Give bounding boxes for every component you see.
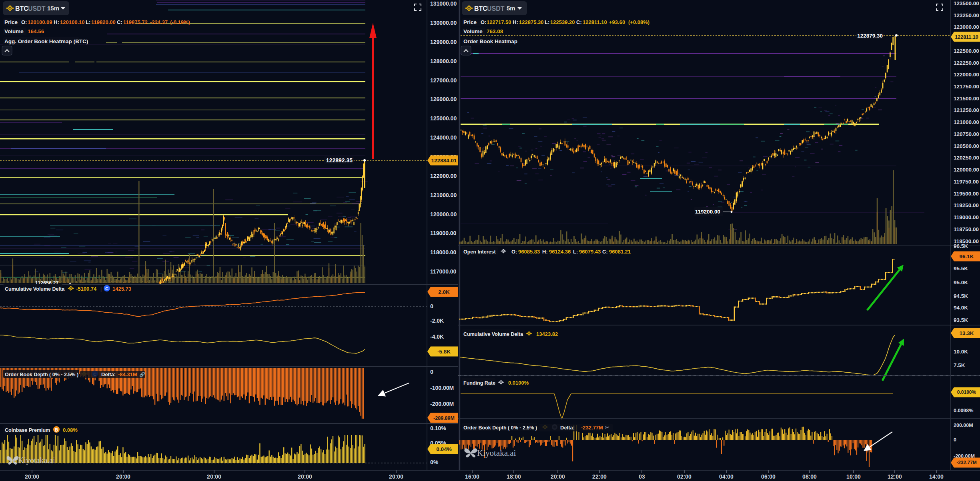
svg-text:Order Book Depth ( 0% - 2.5% ): Order Book Depth ( 0% - 2.5% ): [5, 372, 78, 377]
svg-text:121000.00: 121000.00: [954, 119, 979, 125]
svg-text:-289.89M: -289.89M: [433, 415, 455, 421]
svg-text:-100.00M: -100.00M: [430, 385, 454, 391]
svg-text:129000.00: 129000.00: [430, 39, 457, 45]
svg-text:117000.00: 117000.00: [430, 268, 457, 275]
svg-text:122875.30: 122875.30: [519, 19, 543, 25]
svg-text:-232.77M: -232.77M: [956, 460, 977, 465]
svg-text:120250.00: 120250.00: [954, 155, 979, 161]
svg-text:Order Book Heatmap: Order Book Heatmap: [463, 38, 517, 44]
svg-text:119000.00: 119000.00: [430, 230, 457, 236]
svg-text:0%: 0%: [430, 459, 439, 465]
svg-text:-5100.74: -5100.74: [76, 286, 97, 292]
svg-text:10:00: 10:00: [846, 473, 861, 480]
svg-text:Cumulative Volume Delta: Cumulative Volume Delta: [463, 331, 523, 337]
svg-text:Open Interest: Open Interest: [463, 249, 496, 255]
svg-text:123000.00: 123000.00: [954, 24, 979, 30]
svg-text:Agg. Order Book Heatmap (BTC): Agg. Order Book Heatmap (BTC): [4, 38, 88, 44]
svg-text:2.0K: 2.0K: [438, 289, 450, 295]
svg-text:119000.00: 119000.00: [954, 214, 979, 220]
svg-text:(+0.08%): (+0.08%): [628, 19, 649, 25]
svg-text:-5.8K: -5.8K: [437, 349, 451, 355]
svg-text:118750.00: 118750.00: [954, 226, 979, 232]
svg-text:122892.35: 122892.35: [326, 157, 353, 164]
svg-text:0: 0: [430, 369, 433, 375]
svg-text:20:00: 20:00: [116, 473, 130, 480]
svg-text:O:: O:: [511, 249, 517, 255]
svg-text:0: 0: [430, 303, 433, 309]
svg-text:Kiyotaka.ai: Kiyotaka.ai: [18, 456, 55, 465]
svg-text:96.1K: 96.1K: [959, 253, 974, 259]
svg-text:O:: O:: [21, 19, 27, 25]
svg-text:127000.00: 127000.00: [430, 77, 457, 84]
svg-text:16:00: 16:00: [465, 473, 479, 480]
svg-text:1425.73: 1425.73: [112, 286, 131, 292]
svg-text:Volume: Volume: [4, 28, 24, 34]
svg-text:-200.00M: -200.00M: [430, 401, 454, 407]
svg-text:122539.20: 122539.20: [550, 19, 575, 25]
svg-text:O:: O:: [481, 19, 486, 25]
svg-text:763.08: 763.08: [487, 28, 503, 34]
svg-text:119750.00: 119750.00: [954, 179, 979, 185]
svg-text:0.04%: 0.04%: [436, 446, 451, 452]
svg-text:123250.00: 123250.00: [954, 12, 979, 18]
svg-text:14:00: 14:00: [929, 473, 944, 480]
svg-text:120750.00: 120750.00: [954, 131, 979, 137]
svg-text:96085.83: 96085.83: [518, 249, 540, 255]
svg-text:120100.10: 120100.10: [60, 19, 84, 25]
svg-text:03: 03: [639, 473, 645, 480]
svg-text:121250.00: 121250.00: [954, 107, 979, 113]
svg-text:96081.21: 96081.21: [609, 249, 631, 255]
svg-text:96079.43: 96079.43: [579, 249, 601, 255]
svg-text:Order Book Depth ( 0% - 2.5% ): Order Book Depth ( 0% - 2.5% ): [463, 425, 537, 431]
svg-text:18:00: 18:00: [507, 473, 521, 480]
svg-text:10.0K: 10.0K: [954, 349, 968, 355]
svg-text:123500.00: 123500.00: [954, 0, 979, 6]
svg-text:20:00: 20:00: [207, 473, 221, 480]
svg-text:122717.50: 122717.50: [487, 19, 511, 25]
svg-text:H:: H:: [513, 19, 518, 25]
svg-text:22:00: 22:00: [592, 473, 607, 480]
svg-text:C:: C:: [117, 19, 122, 25]
svg-text:H:: H:: [54, 19, 59, 25]
svg-text:C:: C:: [576, 19, 582, 25]
svg-text:✂: ✂: [605, 424, 610, 431]
svg-text:USDT: USDT: [28, 5, 46, 12]
svg-text:118000.00: 118000.00: [430, 249, 457, 255]
svg-text:-2.0K: -2.0K: [430, 317, 444, 324]
svg-text:20:00: 20:00: [25, 473, 39, 480]
svg-text:04:00: 04:00: [719, 473, 733, 480]
svg-text:122811.10: 122811.10: [583, 19, 607, 25]
svg-text:BTC: BTC: [15, 5, 28, 12]
svg-text:0.0098%: 0.0098%: [954, 408, 973, 413]
svg-text:12:00: 12:00: [888, 473, 902, 480]
svg-text:130000.00: 130000.00: [430, 20, 457, 26]
svg-text:5m: 5m: [507, 5, 515, 12]
svg-text:Kiyotaka.ai: Kiyotaka.ai: [477, 448, 516, 458]
svg-text:🔗: 🔗: [139, 371, 145, 377]
svg-text:0: 0: [954, 437, 956, 443]
svg-text:0.0100%: 0.0100%: [957, 389, 976, 395]
svg-text:119875.72: 119875.72: [123, 19, 148, 25]
svg-text:121750.00: 121750.00: [954, 84, 979, 90]
svg-text:122000.00: 122000.00: [954, 72, 979, 78]
svg-text:Delta:: Delta:: [560, 425, 575, 431]
svg-text:15m: 15m: [47, 5, 59, 12]
svg-text:-4.0K: -4.0K: [430, 333, 444, 340]
svg-text:122250.00: 122250.00: [954, 60, 979, 66]
svg-text:Delta:: Delta:: [101, 371, 116, 377]
svg-text:124000.00: 124000.00: [430, 134, 457, 141]
svg-text:02:00: 02:00: [677, 473, 691, 480]
svg-text:L:: L:: [86, 19, 90, 25]
svg-text:0.08%: 0.08%: [63, 427, 78, 433]
svg-text:-224.37: -224.37: [150, 19, 168, 25]
svg-text:08:00: 08:00: [802, 473, 817, 480]
svg-text:Volume: Volume: [463, 28, 483, 34]
svg-text:94.0K: 94.0K: [954, 305, 968, 311]
svg-text:122884.01: 122884.01: [431, 158, 457, 164]
svg-text:96124.36: 96124.36: [549, 249, 571, 255]
svg-text:119500.00: 119500.00: [954, 191, 979, 197]
svg-text:|: |: [100, 286, 102, 292]
svg-text:13.3K: 13.3K: [959, 330, 974, 336]
svg-text:₿: ₿: [55, 427, 58, 432]
svg-text:C:: C:: [602, 249, 608, 255]
